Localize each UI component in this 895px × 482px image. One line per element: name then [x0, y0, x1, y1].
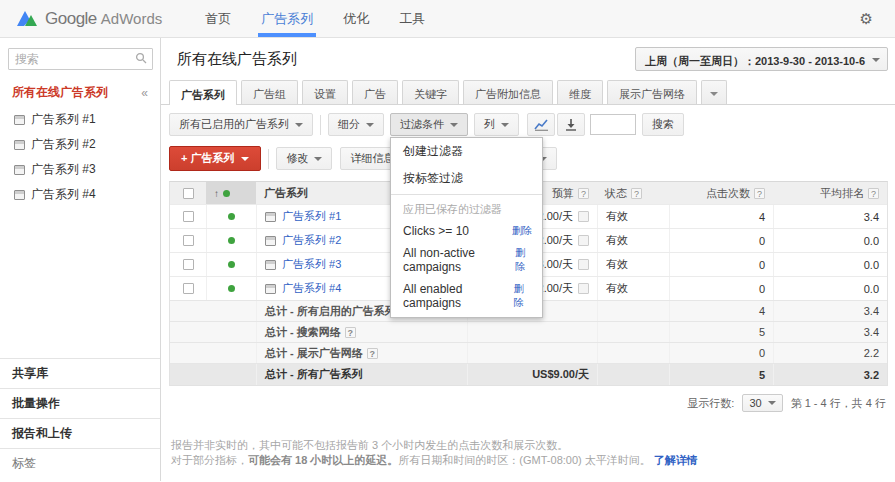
edit-button[interactable]: 修改 — [276, 147, 332, 170]
chevron-down-icon — [450, 123, 458, 127]
table-search-input[interactable] — [590, 114, 636, 135]
filter-button[interactable]: 过滤条件 — [390, 113, 468, 136]
status-value: 有效 — [606, 257, 628, 272]
tab-dimensions[interactable]: 维度 — [557, 80, 603, 104]
columns-button[interactable]: 列 — [474, 113, 519, 136]
edit-budget-icon[interactable] — [578, 211, 589, 222]
saved-filter-name: All non-active campaigns — [403, 246, 515, 274]
summary-label: 总计 - 展示广告网络 — [265, 346, 363, 361]
help-icon[interactable]: ? — [367, 348, 378, 359]
sidebar-item-bulk-operations[interactable]: 批量操作 — [0, 388, 160, 418]
scope-selector-button[interactable]: 所有已启用的广告系列 — [169, 113, 313, 136]
column-header-status[interactable]: 状态? — [597, 182, 669, 204]
nav-tools[interactable]: 工具 — [396, 0, 428, 37]
sidebar-search-input[interactable] — [8, 48, 153, 70]
campaign-link[interactable]: 广告系列 #2 — [282, 233, 341, 248]
saved-filter-non-active[interactable]: All non-active campaigns 删除 — [391, 242, 542, 278]
page-title: 所有在线广告系列 — [177, 50, 297, 69]
rows-per-page-select[interactable]: 30 — [742, 394, 782, 412]
status-dot-icon[interactable] — [228, 237, 235, 244]
segment-button[interactable]: 细分 — [328, 113, 384, 136]
campaign-type-icon — [265, 236, 276, 246]
column-header-clicks[interactable]: 点击次数? — [669, 182, 773, 204]
sidebar-item-labels[interactable]: 标签 — [0, 448, 160, 478]
header-label: 点击次数 — [706, 186, 750, 201]
campaign-type-icon — [14, 115, 25, 125]
table-toolbar: 所有已启用的广告系列 细分 过滤条件 创建过滤器 按标签过滤 应用已保存的过滤器… — [161, 105, 895, 144]
tab-campaigns[interactable]: 广告系列 — [169, 80, 237, 105]
nav-optimize[interactable]: 优化 — [340, 0, 372, 37]
summary-label: 总计 - 搜索网络 — [265, 325, 341, 340]
row-checkbox[interactable] — [183, 211, 194, 222]
delete-filter-link[interactable]: 删除 — [515, 246, 532, 274]
select-all-checkbox[interactable] — [183, 188, 194, 199]
help-icon[interactable]: ? — [345, 327, 356, 338]
campaign-link[interactable]: 广告系列 #1 — [282, 209, 341, 224]
status-dot-icon — [223, 190, 230, 197]
all-online-campaigns-link[interactable]: 所有在线广告系列 — [12, 84, 108, 101]
tab-ads[interactable]: 广告 — [352, 80, 398, 104]
search-button[interactable]: 搜索 — [642, 113, 684, 136]
sidebar-campaign-2[interactable]: 广告系列 #2 — [0, 132, 160, 157]
chart-button[interactable] — [527, 113, 555, 136]
status-sort-column-header[interactable]: ↑ — [206, 182, 256, 204]
sidebar-campaign-1[interactable]: 广告系列 #1 — [0, 107, 160, 132]
edit-budget-icon[interactable] — [578, 259, 589, 270]
delete-filter-link[interactable]: 删除 — [512, 224, 532, 238]
menu-item-create-filter[interactable]: 创建过滤器 — [391, 138, 542, 165]
segment-label: 细分 — [338, 117, 360, 132]
chevron-down-icon — [872, 58, 880, 62]
tab-settings[interactable]: 设置 — [302, 80, 348, 104]
status-dot-icon[interactable] — [228, 261, 235, 268]
status-dot-icon[interactable] — [228, 213, 235, 220]
chevron-down-icon — [314, 157, 322, 161]
top-nav: 首页 广告系列 优化 工具 — [190, 0, 440, 37]
help-icon[interactable]: ? — [578, 188, 589, 199]
collapse-sidebar-icon[interactable]: « — [137, 86, 152, 100]
edit-budget-icon[interactable] — [578, 235, 589, 246]
help-icon[interactable]: ? — [631, 188, 642, 199]
campaign-type-icon — [265, 260, 276, 270]
row-checkbox[interactable] — [183, 235, 194, 246]
status-value: 有效 — [606, 233, 628, 248]
tab-more[interactable] — [701, 80, 727, 104]
new-campaign-button[interactable]: + 广告系列 — [169, 146, 261, 171]
row-checkbox[interactable] — [183, 259, 194, 270]
sidebar-item-shared-library[interactable]: 共享库 — [0, 358, 160, 388]
date-range-button[interactable]: 上周（周一至周日）：2013-9-30 - 2013-10-6 — [635, 47, 888, 71]
nav-home[interactable]: 首页 — [202, 0, 234, 37]
brand-adwords: AdWords — [101, 10, 162, 27]
tab-ad-extensions[interactable]: 广告附加信息 — [463, 80, 553, 104]
saved-filter-clicks[interactable]: Clicks >= 10 删除 — [391, 220, 542, 242]
saved-filter-enabled[interactable]: All enabled campaigns 删除 — [391, 278, 542, 314]
campaign-link[interactable]: 广告系列 #4 — [282, 281, 341, 296]
sidebar-campaign-4[interactable]: 广告系列 #4 — [0, 182, 160, 207]
filter-dropdown-menu: 创建过滤器 按标签过滤 应用已保存的过滤器 Clicks >= 10 删除 Al… — [390, 137, 543, 318]
help-icon[interactable]: ? — [754, 188, 765, 199]
column-header-avg-position[interactable]: 平均排名? — [773, 182, 887, 204]
tab-keywords[interactable]: 关键字 — [402, 80, 459, 104]
gear-icon[interactable]: ⚙ — [860, 10, 873, 28]
tab-ad-groups[interactable]: 广告组 — [241, 80, 298, 104]
show-rows-label: 显示行数: — [687, 396, 734, 411]
nav-campaigns[interactable]: 广告系列 — [258, 0, 316, 37]
campaign-link[interactable]: 广告系列 #3 — [282, 257, 341, 272]
sidebar-campaign-3[interactable]: 广告系列 #3 — [0, 157, 160, 182]
delete-filter-link[interactable]: 删除 — [514, 282, 532, 310]
chevron-down-icon — [501, 123, 509, 127]
row-checkbox[interactable] — [183, 283, 194, 294]
menu-item-filter-by-label[interactable]: 按标签过滤 — [391, 165, 542, 192]
help-icon[interactable]: ? — [868, 188, 879, 199]
saved-filter-name: All enabled campaigns — [403, 282, 514, 310]
status-dot-icon[interactable] — [228, 285, 235, 292]
avg-position-value: 3.4 — [864, 211, 879, 223]
tab-display-network[interactable]: 展示广告网络 — [607, 80, 697, 104]
campaign-sidebar: 所有在线广告系列 « 广告系列 #1 广告系列 #2 广告系列 #3 广告系列 … — [0, 38, 161, 481]
sidebar-item-reports-uploads[interactable]: 报告和上传 — [0, 418, 160, 448]
campaign-type-icon — [265, 284, 276, 294]
learn-more-link[interactable]: 了解详情 — [654, 454, 698, 466]
download-button[interactable] — [557, 113, 585, 136]
edit-budget-icon[interactable] — [578, 283, 589, 294]
note-text: 所有日期和时间的时区：(GMT-08:00) 太平洋时间。 — [398, 454, 650, 466]
avg-position-value: 0.0 — [864, 235, 879, 247]
